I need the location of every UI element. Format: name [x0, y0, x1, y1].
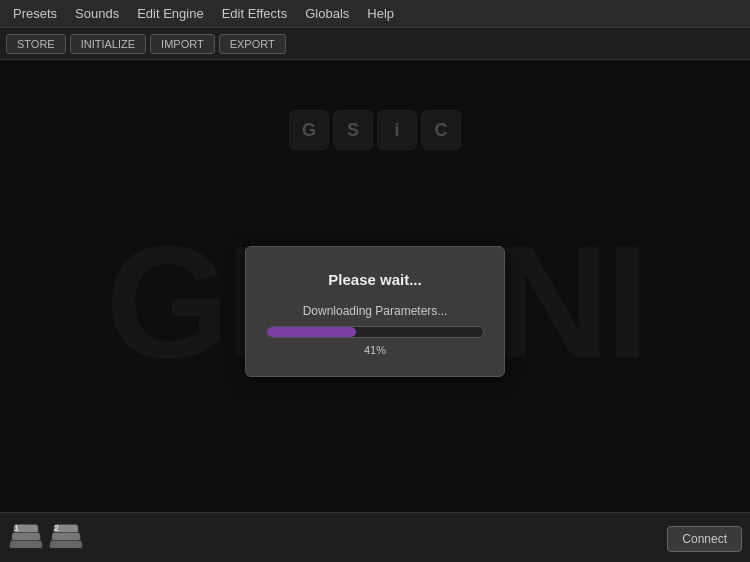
layer-shape-mid	[11, 532, 40, 540]
connect-button[interactable]: Connect	[667, 526, 742, 552]
progress-percent-label: 41%	[266, 344, 484, 356]
layer-1-number: 1	[14, 523, 19, 533]
export-button[interactable]: EXPORT	[219, 34, 286, 54]
modal-status-text: Downloading Parameters...	[266, 304, 484, 318]
menu-item-sounds[interactable]: Sounds	[66, 1, 128, 26]
initialize-button[interactable]: INITIALIZE	[70, 34, 146, 54]
progress-bar-fill	[267, 327, 356, 337]
bottom-bar: 1 2 Connect	[0, 512, 750, 562]
layer-2-button[interactable]: 2	[48, 521, 84, 555]
modal-title: Please wait...	[266, 271, 484, 288]
main-content: GEMINI G S i C Please wait... Downloadin…	[0, 60, 750, 562]
layer-2-shape-bot	[49, 540, 83, 548]
import-button[interactable]: IMPORT	[150, 34, 215, 54]
menu-item-help[interactable]: Help	[358, 1, 403, 26]
menu-item-globals[interactable]: Globals	[296, 1, 358, 26]
layer-2-shape-mid	[51, 532, 80, 540]
toolbar: STORE INITIALIZE IMPORT EXPORT	[0, 28, 750, 60]
modal-dialog: Please wait... Downloading Parameters...…	[245, 246, 505, 377]
progress-bar-container	[266, 326, 484, 338]
modal-overlay: Please wait... Downloading Parameters...…	[0, 60, 750, 562]
layer-2-number: 2	[54, 523, 59, 533]
layer-1-button[interactable]: 1	[8, 521, 44, 555]
menu-item-presets[interactable]: Presets	[4, 1, 66, 26]
menu-item-edit-effects[interactable]: Edit Effects	[213, 1, 297, 26]
store-button[interactable]: STORE	[6, 34, 66, 54]
layer-shape-bot	[9, 540, 43, 548]
menu-item-edit-engine[interactable]: Edit Engine	[128, 1, 213, 26]
menubar: Presets Sounds Edit Engine Edit Effects …	[0, 0, 750, 28]
